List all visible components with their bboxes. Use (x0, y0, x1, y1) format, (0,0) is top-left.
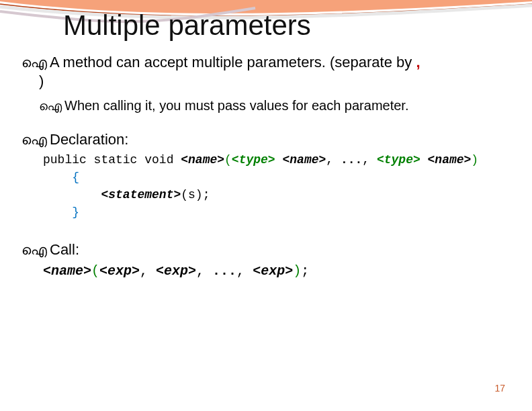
code-brace-close: } (72, 205, 79, 219)
bullet-method-accept-cont: ) (39, 73, 512, 90)
code-semi: ; (301, 263, 309, 279)
code-dots: ... (212, 263, 236, 279)
bullet-icon: ഐ (21, 242, 47, 258)
slide-title: Multiple parameters (63, 9, 512, 42)
slide-content: Multiple parameters ഐA method can accept… (0, 9, 532, 281)
code-call-name: <name> (43, 263, 91, 279)
code-sep: , (362, 153, 377, 167)
code-param-name: <name> (428, 153, 472, 167)
code-name: <name> (181, 153, 224, 167)
code-sep: , (196, 263, 212, 279)
text-method-accept-1: A method can accept multiple parameters.… (50, 54, 416, 71)
subbullet-when-calling: ഐWhen calling it, you must pass values f… (39, 98, 512, 113)
code-dots: ... (341, 153, 362, 167)
code-open-paren: ( (224, 153, 232, 167)
code-close-paren: ) (293, 263, 301, 279)
code-sep: , (326, 153, 341, 167)
bullet-icon: ഐ (39, 99, 62, 113)
code-param-name: <name> (282, 153, 326, 167)
code-type: <type> (232, 153, 275, 167)
text-when-calling: When calling it, you must pass values fo… (64, 98, 408, 113)
code-sep: , (140, 263, 156, 279)
heading-declaration: Declaration: (50, 131, 128, 148)
code-statement: <statement> (101, 188, 181, 201)
text-comma-red: , (416, 54, 420, 71)
code-open-paren: ( (91, 263, 99, 279)
code-close-paren: ) (471, 153, 478, 167)
code-sep: , (236, 263, 253, 279)
code-exp: <exp> (156, 263, 196, 279)
code-exp: <exp> (99, 263, 140, 279)
text-method-accept-2: ) (39, 73, 44, 89)
code-exp: <exp> (253, 263, 293, 279)
code-brace-open: { (72, 171, 79, 184)
bullet-call: ഐCall: (21, 241, 512, 259)
code-sp (420, 153, 428, 167)
heading-call: Call: (50, 241, 79, 258)
code-declaration: public static void <name>(<type> <name>,… (43, 151, 512, 221)
bullet-method-accept: ഐA method can accept multiple parameters… (21, 54, 512, 71)
code-statement-suffix: (s) (181, 188, 202, 201)
code-call: <name>(<exp>, <exp>, ..., <exp>); (43, 261, 512, 281)
code-type: <type> (377, 153, 420, 167)
bullet-icon: ഐ (21, 132, 47, 148)
code-mods: public static void (43, 153, 181, 167)
code-sp (275, 153, 283, 167)
code-semi: ; (203, 188, 210, 201)
page-number: 17 (494, 383, 505, 394)
bullet-declaration: ഐDeclaration: (21, 131, 512, 148)
bullet-icon: ഐ (21, 55, 47, 71)
